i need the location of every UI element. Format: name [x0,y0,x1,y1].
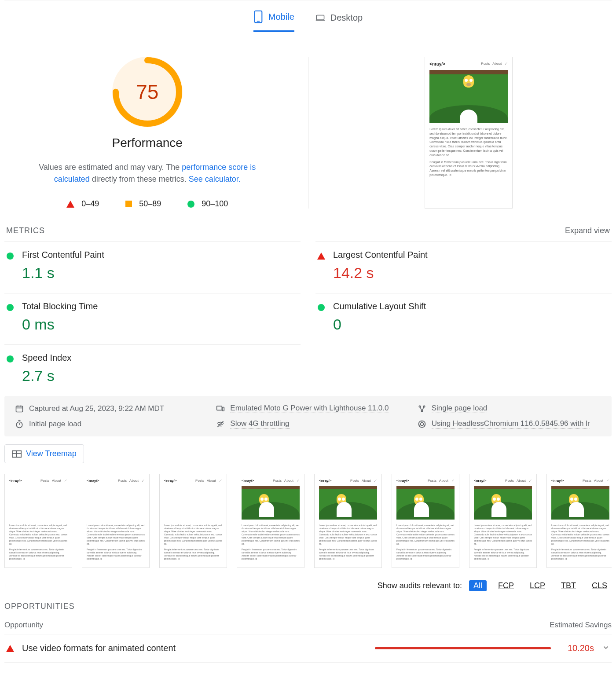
savings-bar [375,647,551,649]
opportunities-title: OPPORTUNITIES [4,602,612,611]
env-captured: Captured at Aug 25, 2023, 9:22 AM MDT [15,404,198,413]
calendar-icon [15,404,24,413]
tab-desktop-label: Desktop [330,13,363,23]
desktop-icon [315,11,325,24]
filmstrip-frame: <nray/>PostsAbout⟋Lorem ipsum dolor sit … [237,474,304,568]
tab-desktop[interactable]: Desktop [315,10,363,32]
filter-tbt[interactable]: TBT [557,580,580,591]
devices-icon [216,404,225,413]
treemap-icon [12,450,22,458]
pass-icon [7,355,14,362]
pass-icon [7,253,14,260]
fail-icon [6,645,14,652]
expand-view-toggle[interactable]: Expand view [565,226,610,235]
svg-point-14 [420,422,423,425]
pass-icon [318,304,325,311]
svg-point-8 [419,406,420,407]
overview-summary: 75 Performance Values are estimated and … [4,57,308,209]
svg-rect-1 [257,21,260,22]
mobile-icon [253,10,263,23]
opportunities-header: Opportunity Estimated Savings [4,621,612,630]
legend-average: 50–89 [125,199,161,209]
overview: 75 Performance Values are estimated and … [4,57,612,209]
hub-icon [418,404,426,413]
metrics-title: METRICS [6,226,45,235]
env-network: Slow 4G throttling [216,419,400,428]
fail-icon [317,253,325,260]
overview-screenshot: <nray/>PostsAbout⟋ Lorem ipsum dolor sit… [308,57,612,209]
filter-lcp[interactable]: LCP [525,580,550,591]
see-calculator-link[interactable]: See calculator. [189,175,241,183]
device-tabs: Mobile Desktop [4,0,612,32]
performance-description: Values are estimated and may vary. The p… [24,161,271,185]
filmstrip-frame: <nray/>PostsAbout⟋Lorem ipsum dolor sit … [159,474,227,568]
filmstrip-frame: <nray/>PostsAbout⟋Lorem ipsum dolor sit … [314,474,382,568]
env-load: Single page load [418,404,601,413]
filmstrip-frame: <nray/>PostsAbout⟋Lorem ipsum dolor sit … [469,474,537,568]
legend-pass: 90–100 [187,199,228,209]
metric-fcp: First Contentful Paint1.1 s [4,242,301,293]
filter-fcp[interactable]: FCP [494,580,518,591]
svg-rect-2 [316,15,324,20]
svg-point-9 [423,406,425,407]
legend-fail: 0–49 [66,199,99,209]
metrics-header: METRICS Expand view [4,226,612,235]
svg-point-10 [421,410,422,411]
performance-label: Performance [112,136,183,150]
opportunity-row[interactable]: Use video formats for animated content 1… [4,634,612,663]
chrome-icon [418,420,426,428]
filter-all[interactable]: All [469,580,487,591]
filmstrip: <nray/>PostsAbout⟋Lorem ipsum dolor sit … [4,474,612,568]
env-device: Emulated Moto G Power with Lighthouse 11… [216,404,400,413]
svg-rect-5 [16,406,23,412]
tab-mobile[interactable]: Mobile [253,10,294,32]
timer-icon [15,420,24,428]
metric-cls: Cumulative Layout Shift0 [315,293,612,344]
env-browser: Using HeadlessChromium 116.0.5845.96 wit… [418,419,601,428]
filmstrip-frame: <nray/>PostsAbout⟋Lorem ipsum dolor sit … [392,474,459,568]
audit-filter-label: Show audits relevant to: [378,581,462,590]
metric-si: Speed Index2.7 s [4,344,301,396]
filmstrip-frame: <nray/>PostsAbout⟋Lorem ipsum dolor sit … [82,474,150,568]
pass-icon [7,304,14,311]
filmstrip-frame: <nray/>PostsAbout⟋Lorem ipsum dolor sit … [4,474,72,568]
filter-cls[interactable]: CLS [587,580,612,591]
filmstrip-frame: <nray/>PostsAbout⟋Lorem ipsum dolor sit … [546,474,612,568]
audit-filter: Show audits relevant to: All FCP LCP TBT… [4,580,612,591]
view-treemap-button[interactable]: View Treemap [4,444,84,463]
metric-lcp: Largest Contentful Paint14.2 s [315,242,612,293]
performance-gauge: 75 [112,57,183,127]
performance-score: 75 [112,57,183,127]
svg-rect-3 [315,20,325,21]
environment-summary: Captured at Aug 25, 2023, 9:22 AM MDT Em… [4,396,612,436]
metrics-grid: First Contentful Paint1.1 s Largest Cont… [4,242,612,396]
chevron-down-icon [602,644,610,653]
env-initial: Initial page load [15,419,198,428]
metric-tbt: Total Blocking Time0 ms [4,293,301,344]
tab-mobile-label: Mobile [268,12,294,22]
svg-rect-6 [217,406,222,410]
network-icon [216,420,225,428]
page-screenshot: <nray/>PostsAbout⟋ Lorem ipsum dolor sit… [425,57,513,209]
score-legend: 0–49 50–89 90–100 [66,199,228,209]
svg-rect-7 [222,407,224,410]
